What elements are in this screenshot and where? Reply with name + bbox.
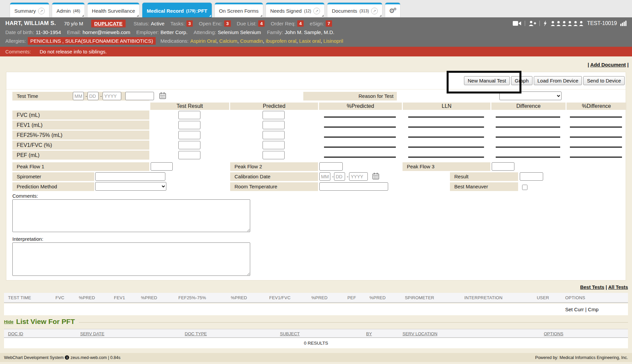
room-temperature-input[interactable] <box>319 182 388 191</box>
fev1-difference-line <box>490 121 566 130</box>
tab-admin[interactable]: Admin (46) <box>52 3 85 17</box>
result-input[interactable] <box>520 172 543 181</box>
info-icon[interactable]: i <box>65 355 69 360</box>
all-tests-link[interactable]: All Tests <box>608 285 628 290</box>
add-document-link[interactable]: Add Document <box>590 62 626 67</box>
popout-icon[interactable]: ↗ <box>38 8 45 14</box>
fef-predicted-input[interactable] <box>263 131 285 139</box>
rh-fev1: FEV1 <box>114 293 125 303</box>
lv-options[interactable]: OPTIONS <box>544 329 564 338</box>
duplicate-badge[interactable]: DUPLICATE <box>91 20 126 27</box>
add-user-icon[interactable] <box>528 21 536 26</box>
pef-test-result-input[interactable] <box>178 151 200 159</box>
lightning-icon[interactable] <box>543 20 547 26</box>
list-view-heading: Hide List View For PFT <box>4 318 628 326</box>
tab-documents[interactable]: Documents (313) ↗ <box>327 3 382 17</box>
fvc-predicted-input[interactable] <box>263 111 285 119</box>
medications-list[interactable]: Aspirin Oral, Calcium, Coumadin, ibuprof… <box>190 38 343 44</box>
add-document-row: | Add Document | <box>588 62 629 67</box>
measurement-row-fev1-fvc: FEV1/FVC (%) <box>6 141 626 150</box>
hide-list-view-link[interactable]: Hide <box>4 319 13 324</box>
pef-predicted-input[interactable] <box>263 151 285 159</box>
test-time-day-input[interactable] <box>88 92 99 100</box>
lv-subject[interactable]: SUBJECT <box>280 329 300 338</box>
graph-button[interactable]: Graph <box>511 76 532 85</box>
test-time-time-input[interactable] <box>125 92 154 100</box>
popout-icon[interactable]: ↗ <box>371 8 378 14</box>
peak-flow-3-input[interactable] <box>492 162 514 171</box>
pef-difference-line <box>490 151 566 160</box>
lv-serv-date[interactable]: SERV DATE <box>80 329 104 338</box>
prediction-method-select[interactable] <box>95 182 166 191</box>
tab-label: Documents <box>332 8 357 14</box>
fev1-predicted-input[interactable] <box>263 121 285 129</box>
fev1-test-result-input[interactable] <box>178 121 200 129</box>
lv-serv-location[interactable]: SERV LOCATION <box>403 329 437 338</box>
esign-count-badge[interactable]: 7 <box>326 20 332 27</box>
best-tests-link[interactable]: Best Tests <box>580 285 604 290</box>
order-req-count-badge[interactable]: 4 <box>297 20 304 27</box>
measurement-row-pef: PEF (mL) <box>6 151 626 160</box>
spirometer-input[interactable] <box>95 172 165 181</box>
fvc-pct-difference-line <box>566 111 626 120</box>
calendar-icon[interactable] <box>159 92 166 99</box>
form-comments-textarea[interactable] <box>12 199 250 232</box>
peak-flow-2-input[interactable] <box>319 162 343 171</box>
fef-test-result-input[interactable] <box>178 131 200 139</box>
fef-difference-line <box>490 131 566 140</box>
tab-on-screen-forms[interactable]: On Screen Forms <box>215 3 263 17</box>
fev1-fvc-predicted-input[interactable] <box>263 141 285 149</box>
cmp-link[interactable]: Cmp <box>588 307 599 312</box>
test-time-month-input[interactable] <box>73 92 84 100</box>
lv-by[interactable]: BY <box>366 329 372 338</box>
dob-value: 11-30-1954 <box>36 29 61 35</box>
rh-fvc: FVC <box>55 293 64 303</box>
row-label-fev1: FEV1 (mL) <box>12 121 149 130</box>
form-comments-label: Comments: <box>12 193 38 199</box>
set-curr-link[interactable]: Set Curr <box>565 307 584 312</box>
load-from-device-button[interactable]: Load From Device <box>534 76 582 85</box>
reason-for-test-select[interactable] <box>499 92 562 100</box>
send-to-device-button[interactable]: Send to Device <box>583 76 625 85</box>
new-manual-test-button[interactable]: New Manual Test <box>464 76 510 85</box>
dob-label: Date of birth: <box>5 29 34 35</box>
patient-group-icons[interactable] <box>550 21 584 26</box>
tab-settings-gear[interactable]: ⚙⚙ <box>385 3 400 17</box>
reason-for-test-label: Reason for Test <box>303 92 397 101</box>
popout-icon[interactable]: ↗ <box>313 8 320 14</box>
bar-chart-icon[interactable] <box>620 21 627 26</box>
tab-count: (179) <box>186 9 195 13</box>
tab-health-surveillance[interactable]: Health Surveillance <box>88 3 139 17</box>
due-list-count-badge[interactable]: 4 <box>258 20 265 27</box>
tab-needs-signed[interactable]: Needs Signed (12) ↗ <box>266 3 325 17</box>
calendar-icon[interactable] <box>372 173 379 180</box>
date-dash: - <box>100 92 102 101</box>
row-label-fvc: FVC (mL) <box>12 111 149 120</box>
rh-pred-4: %PRED <box>311 293 328 303</box>
lv-doc-type[interactable]: DOC TYPE <box>185 329 207 338</box>
fvc-lln-line <box>402 111 490 120</box>
test-time-year-input[interactable] <box>103 92 121 100</box>
fvc-test-result-input[interactable] <box>178 111 200 119</box>
interpretation-textarea[interactable] <box>12 242 250 276</box>
lv-doc-id[interactable]: DOC ID <box>8 329 23 338</box>
attending-label: Attending: <box>193 29 216 35</box>
calibration-month-input[interactable] <box>319 172 330 181</box>
fef-pct-difference-line <box>566 131 626 140</box>
peak-flow-1-input[interactable] <box>151 162 173 171</box>
person-icon <box>579 21 584 26</box>
tab-count: (12) <box>304 9 311 13</box>
fev1-fvc-test-result-input[interactable] <box>178 141 200 149</box>
calibration-year-input[interactable] <box>349 172 368 181</box>
pft-form-panel: New Manual Test Graph Load From Device S… <box>6 72 626 281</box>
calibration-day-input[interactable] <box>334 172 345 181</box>
open-enc-count-badge[interactable]: 3 <box>224 20 231 27</box>
best-maneuver-checkbox[interactable] <box>522 185 527 190</box>
tab-medical-record[interactable]: Medical Record (179) :PFT <box>142 3 211 17</box>
tasks-count-badge[interactable]: 3 <box>186 20 193 27</box>
video-camera-icon[interactable] <box>513 21 521 26</box>
best-maneuver-label: Best Maneuver <box>450 182 518 191</box>
footer-bar: WebChart Development System i zeus.med-w… <box>0 353 632 362</box>
allergies-badge[interactable]: PENICILLINS , SULFA(SULFONAMIDE ANTIBIOT… <box>28 37 156 45</box>
tab-summary[interactable]: Summary ↗ <box>10 3 49 17</box>
